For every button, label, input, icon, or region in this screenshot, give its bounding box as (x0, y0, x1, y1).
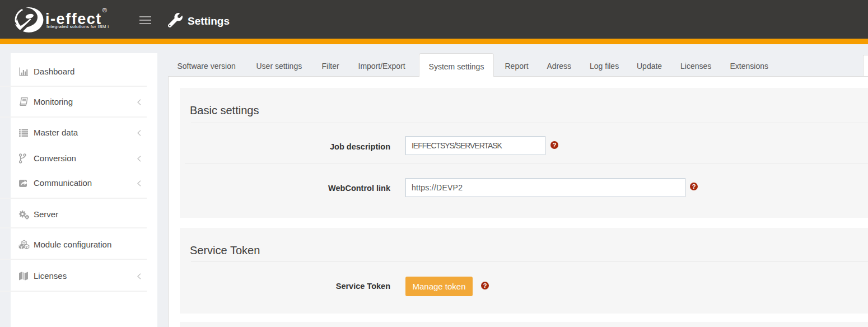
svg-text:?: ? (553, 142, 557, 148)
svg-text:?: ? (483, 282, 487, 289)
svg-text:?: ? (692, 183, 696, 190)
